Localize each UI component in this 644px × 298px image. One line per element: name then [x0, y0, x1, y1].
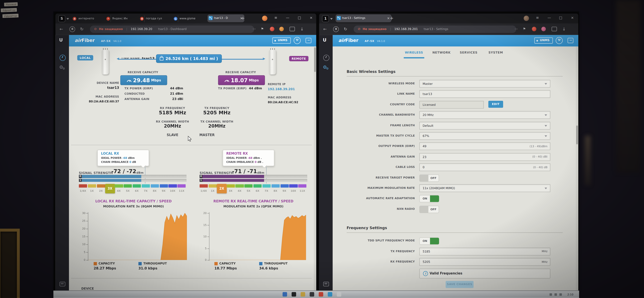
search-icon[interactable] [292, 292, 296, 296]
profile-avatar[interactable] [262, 16, 268, 21]
close-window-icon[interactable]: × [571, 16, 574, 20]
more-icon[interactable]: ⋯ [514, 27, 518, 32]
toggle-knob[interactable] [420, 175, 428, 181]
tools-icon[interactable]: ⚒ [556, 37, 563, 44]
edit-country-button[interactable]: EDIT [488, 101, 503, 108]
chat-icon[interactable] [60, 282, 65, 286]
windows-taskbar[interactable]: 2:10 [54, 290, 579, 298]
scrollbar[interactable] [314, 46, 316, 290]
tools-icon[interactable]: ⚒ [294, 37, 300, 44]
browser-profile-icon[interactable]: S [58, 15, 65, 22]
extension-icon[interactable] [541, 27, 546, 31]
dashboard-nav-icon[interactable] [323, 55, 330, 61]
reload-icon[interactable]: ↻ [344, 27, 347, 32]
cable-loss-field[interactable]: 0(0 - 40) dB [420, 163, 550, 171]
remote-ip-link[interactable]: 192.168.39.201 [268, 87, 295, 91]
minimize-icon[interactable]: — [286, 16, 290, 20]
close-tab-icon[interactable]: × [387, 14, 390, 22]
tray-icon[interactable] [550, 293, 552, 296]
scrollbar-thumb[interactable] [576, 125, 578, 144]
valid-frequencies-panel[interactable]: i Valid Frequencies [420, 269, 550, 278]
tab-active-settings[interactable]: tsar13 - Settings × [336, 14, 392, 22]
output-power-eirp-field[interactable]: 49(13 - 49)dBm [420, 142, 550, 150]
tab-services[interactable]: SERVICES [455, 51, 482, 54]
tdd-split-frequency-mode-toggle[interactable]: ON [420, 237, 439, 245]
bookmark-icon[interactable]: ⚑ [261, 27, 264, 32]
yandex-browser-icon[interactable] [319, 292, 323, 296]
unms-button[interactable]: UNMS [272, 37, 291, 44]
toggle-knob[interactable] [420, 206, 428, 213]
save-changes-button[interactable]: SAVE CHANGES [446, 281, 474, 288]
alice-icon[interactable] [270, 27, 274, 31]
back-icon[interactable]: ← [323, 27, 327, 32]
folder-icon[interactable] [300, 292, 305, 296]
new-tab-button[interactable]: + [390, 15, 394, 22]
tab-3[interactable]: Япогода гул [139, 15, 178, 22]
profile-avatar[interactable] [524, 16, 529, 21]
tab-system[interactable]: SYSTEM [482, 51, 509, 54]
wireless-mode-field[interactable]: Master [420, 80, 550, 88]
extension-icon[interactable] [279, 27, 284, 31]
settings-nav-icon[interactable]: ⚙⚙ [323, 65, 327, 70]
chevron-down-icon[interactable] [66, 18, 69, 20]
maximum-modulation-rate-field[interactable]: 11x (2048QAM MIMO) [420, 184, 550, 192]
dashboard-nav-icon[interactable] [60, 55, 66, 61]
rx-frequency-field[interactable]: 5205MHz [420, 258, 550, 266]
browser-profile-icon[interactable]: 1 [322, 15, 329, 22]
security-warning[interactable]: Не защищено [363, 27, 386, 31]
more-icon[interactable]: ⋯ [252, 27, 256, 32]
back-icon[interactable]: ← [60, 27, 63, 32]
alice-icon[interactable] [532, 27, 536, 31]
tray-icon[interactable] [554, 293, 557, 296]
unms-button[interactable]: UNMS [534, 37, 553, 44]
automatic-rate-adaptation-toggle[interactable]: ON [420, 195, 439, 203]
maximize-icon[interactable]: □ [559, 16, 562, 20]
url-host[interactable]: 192.168.39.20 [131, 27, 152, 31]
new-tab-button[interactable]: + [241, 15, 245, 22]
tab-1[interactable]: Яинтернето [72, 15, 111, 22]
download-icon[interactable]: ↓ [300, 27, 304, 32]
chevron-down-icon[interactable] [330, 18, 333, 20]
panels-icon[interactable] [290, 27, 295, 31]
logout-icon[interactable]: → [568, 38, 574, 43]
frame-length-field[interactable]: Default [420, 122, 550, 129]
toggle-knob[interactable] [430, 238, 439, 244]
link-name-field[interactable]: tsar13 [420, 90, 550, 98]
minimize-icon[interactable]: — [548, 16, 551, 20]
clock[interactable]: 2:10 [567, 293, 573, 296]
telegram-icon[interactable] [328, 292, 332, 296]
start-button[interactable] [282, 292, 287, 296]
channel-bandwidth-field[interactable]: 20 MHz [420, 111, 550, 119]
nxn-radio-toggle[interactable]: OFF [420, 206, 439, 213]
settings-nav-icon[interactable]: ⚙⚙ [59, 65, 63, 70]
menu-icon[interactable]: ≡ [274, 16, 277, 20]
tab-wireless[interactable]: WIRELESS [400, 51, 428, 54]
tx-frequency-field[interactable]: 5185MHz [420, 247, 550, 255]
scrollbar-thumb[interactable] [314, 47, 316, 72]
app-icon[interactable] [337, 292, 341, 296]
url-host[interactable]: 192.168.39.201 [394, 27, 418, 31]
address-bar[interactable]: ⊘ Не защищено | 192.168.39.20 tsar13 - D… [90, 26, 254, 33]
reload-icon[interactable]: ↻ [80, 27, 84, 32]
app-icon[interactable] [310, 292, 314, 296]
bookmark-icon[interactable]: ⚑ [523, 27, 526, 32]
close-window-icon[interactable]: × [310, 16, 312, 20]
master-tx-duty-cycle-field[interactable]: 67% [420, 132, 550, 140]
tray-icon[interactable] [559, 293, 562, 296]
chat-icon[interactable] [323, 282, 329, 286]
menu-icon[interactable]: ≡ [536, 16, 539, 20]
scrollbar[interactable] [576, 46, 578, 290]
address-bar[interactable]: ⊘ Не защищено | 192.168.39.201 tsar13 - … [354, 26, 516, 33]
tab-active-dashboard[interactable]: tsar13 - D × [207, 14, 244, 22]
security-warning[interactable]: Не защищено [99, 27, 123, 31]
receive-target-power-toggle[interactable]: OFF [420, 174, 439, 182]
maximize-icon[interactable]: □ [298, 16, 301, 20]
download-icon[interactable]: ↓ [562, 27, 566, 32]
yandex-icon[interactable]: Я [333, 26, 339, 32]
toggle-knob[interactable] [430, 196, 439, 202]
logout-icon[interactable]: → [306, 38, 311, 43]
tab-2[interactable]: *Яндекс Ин [106, 15, 144, 22]
tab-network[interactable]: NETWORK [428, 51, 455, 54]
antenna-gain-field[interactable]: 23(0 - 40) dBi [420, 153, 550, 161]
panels-icon[interactable] [552, 27, 557, 31]
